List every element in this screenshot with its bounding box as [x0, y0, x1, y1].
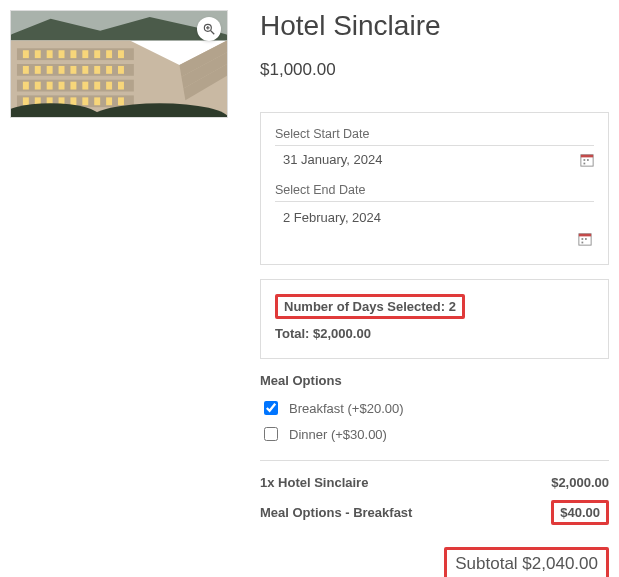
svg-rect-42 — [82, 97, 88, 105]
svg-rect-21 — [47, 66, 53, 74]
svg-rect-16 — [94, 50, 100, 58]
dinner-checkbox[interactable] — [264, 427, 278, 441]
svg-rect-14 — [70, 50, 76, 58]
svg-rect-27 — [118, 66, 124, 74]
svg-rect-45 — [118, 97, 124, 105]
svg-rect-61 — [582, 242, 584, 244]
svg-rect-60 — [585, 238, 587, 240]
calendar-icon[interactable] — [578, 232, 592, 246]
svg-rect-20 — [35, 66, 41, 74]
svg-rect-12 — [47, 50, 53, 58]
svg-rect-23 — [70, 66, 76, 74]
svg-rect-18 — [118, 50, 124, 58]
totals-line: Meal Options - Breakfast $40.00 — [260, 500, 609, 525]
totals-line: 1x Hotel Sinclaire $2,000.00 — [260, 475, 609, 490]
meal-options-heading: Meal Options — [260, 373, 609, 388]
meal-options-section: Meal Options Breakfast (+$20.00) Dinner … — [260, 373, 609, 444]
svg-rect-13 — [59, 50, 65, 58]
svg-rect-59 — [582, 238, 584, 240]
start-date-input[interactable]: 31 January, 2024 — [275, 152, 383, 167]
meal-option-label: Dinner (+$30.00) — [289, 427, 387, 442]
svg-rect-15 — [82, 50, 88, 58]
svg-rect-26 — [106, 66, 112, 74]
svg-rect-58 — [579, 234, 591, 237]
svg-rect-37 — [23, 97, 29, 105]
end-date-input[interactable]: 2 February, 2024 — [275, 210, 381, 225]
svg-rect-44 — [106, 97, 112, 105]
svg-rect-24 — [82, 66, 88, 74]
zoom-icon[interactable] — [197, 17, 221, 41]
subtotal: Subtotal $2,040.00 — [444, 547, 609, 577]
totals-line-value: $40.00 — [551, 500, 609, 525]
svg-rect-17 — [106, 50, 112, 58]
svg-rect-10 — [23, 50, 29, 58]
svg-rect-41 — [70, 97, 76, 105]
svg-rect-30 — [47, 82, 53, 90]
summary-total: Total: $2,000.00 — [275, 326, 594, 341]
meal-option-label: Breakfast (+$20.00) — [289, 401, 404, 416]
totals-section: 1x Hotel Sinclaire $2,000.00 Meal Option… — [260, 460, 609, 577]
svg-rect-31 — [59, 82, 65, 90]
subtotal-label: Subtotal — [455, 554, 517, 573]
svg-rect-32 — [70, 82, 76, 90]
svg-rect-29 — [35, 82, 41, 90]
svg-rect-56 — [584, 162, 586, 164]
start-date-label: Select Start Date — [275, 127, 594, 146]
svg-rect-53 — [581, 154, 593, 157]
svg-rect-35 — [106, 82, 112, 90]
meal-option-dinner[interactable]: Dinner (+$30.00) — [260, 424, 609, 444]
svg-rect-55 — [587, 159, 589, 161]
product-title: Hotel Sinclaire — [260, 10, 609, 42]
svg-line-49 — [211, 31, 215, 35]
svg-rect-33 — [82, 82, 88, 90]
date-picker-box: Select Start Date 31 January, 2024 Selec… — [260, 112, 609, 265]
svg-rect-25 — [94, 66, 100, 74]
days-selected: Number of Days Selected: 2 — [275, 294, 465, 319]
end-date-label: Select End Date — [275, 183, 594, 202]
summary-box: Number of Days Selected: 2 Total: $2,000… — [260, 279, 609, 359]
product-price: $1,000.00 — [260, 60, 609, 80]
breakfast-checkbox[interactable] — [264, 401, 278, 415]
svg-rect-54 — [584, 159, 586, 161]
totals-line-value: $2,000.00 — [551, 475, 609, 490]
meal-option-breakfast[interactable]: Breakfast (+$20.00) — [260, 398, 609, 418]
svg-rect-11 — [35, 50, 41, 58]
product-image[interactable] — [10, 10, 228, 118]
svg-rect-19 — [23, 66, 29, 74]
totals-line-label: Meal Options - Breakfast — [260, 505, 412, 520]
svg-rect-28 — [23, 82, 29, 90]
svg-rect-34 — [94, 82, 100, 90]
svg-rect-36 — [118, 82, 124, 90]
subtotal-value: $2,040.00 — [522, 554, 598, 573]
totals-line-label: 1x Hotel Sinclaire — [260, 475, 368, 490]
calendar-icon[interactable] — [580, 153, 594, 167]
svg-rect-43 — [94, 97, 100, 105]
svg-rect-22 — [59, 66, 65, 74]
